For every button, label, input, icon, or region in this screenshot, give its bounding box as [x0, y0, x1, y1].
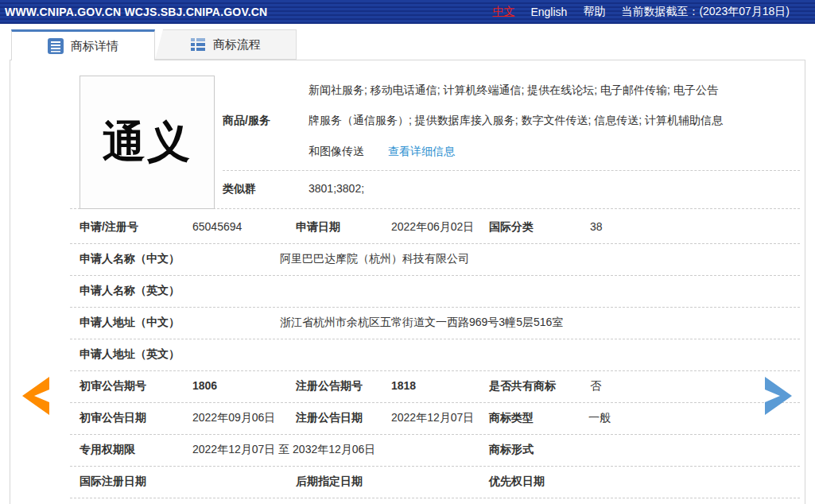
later-designation-date-label: 后期指定日期: [296, 475, 363, 489]
similar-group-label: 类似群: [223, 182, 256, 196]
reg-no-value: 65045694: [192, 220, 242, 233]
mark-type-value: 一般: [588, 411, 611, 425]
top-bar-links: 中文 English 帮助 当前数据截至：(2023年07月18日): [492, 5, 815, 19]
divider: [70, 402, 800, 403]
priority-date-label: 优先权日期: [489, 475, 545, 489]
divider: [70, 243, 800, 244]
chevron-left-icon: [22, 377, 49, 415]
first-gazette-no-label: 初审公告期号: [80, 379, 146, 394]
first-gazette-date-value: 2022年09月06日: [192, 411, 275, 425]
apply-date-value: 2022年06月02日: [391, 220, 474, 235]
reg-gazette-date-label: 注册公告日期: [296, 411, 363, 425]
top-bar: WWW.CNIPA.GOV.CN WCJS.SBJ.CNIPA.GOV.CN 中…: [0, 0, 815, 24]
exclusive-period-label: 专用权期限: [80, 443, 135, 457]
detail-list-icon: [48, 38, 64, 54]
next-record-button[interactable]: [765, 377, 792, 415]
shared-mark-label: 是否共有商标: [489, 379, 556, 394]
trademark-image-text: 通义: [103, 114, 192, 172]
goods-line1: 新闻社服务; 移动电话通信; 计算机终端通信; 提供在线论坛; 电子邮件传输; …: [309, 83, 718, 98]
chevron-right-icon: [765, 377, 792, 415]
divider: [70, 498, 800, 498]
goods-label: 商品/服务: [223, 114, 270, 128]
prev-record-button[interactable]: [22, 377, 49, 415]
tab-detail-label: 商标详情: [71, 39, 118, 54]
goods-line2: 牌服务（通信服务）; 提供数据库接入服务; 数字文件传送; 信息传送; 计算机辅…: [309, 114, 723, 128]
lang-chinese-link[interactable]: 中文: [492, 5, 514, 19]
address-en-label: 申请人地址（英文）: [80, 347, 180, 362]
tab-trademark-detail[interactable]: 商标详情: [11, 29, 155, 60]
similar-group-value: 3801;3802;: [309, 182, 364, 195]
reg-gazette-date-value: 2022年12月07日: [391, 411, 474, 425]
intl-class-value: 38: [590, 220, 603, 233]
lang-english-link[interactable]: English: [530, 6, 567, 18]
help-link[interactable]: 帮助: [583, 5, 605, 19]
trademark-image: 通义: [80, 76, 215, 209]
divider: [70, 275, 800, 276]
tab-trademark-process[interactable]: 商标流程: [155, 29, 297, 60]
divider: [70, 466, 800, 467]
apply-date-label: 申请日期: [296, 220, 340, 235]
divider: [70, 307, 800, 308]
shared-mark-value: 否: [590, 379, 601, 394]
divider: [223, 170, 800, 171]
trademark-detail-page: WWW.CNIPA.GOV.CN WCJS.SBJ.CNIPA.GOV.CN 中…: [0, 0, 815, 504]
address-cn-value: 浙江省杭州市余杭区五常街道文一西路969号3幢5层516室: [280, 316, 563, 330]
first-gazette-no-value: 1806: [192, 379, 217, 392]
intl-class-label: 国际分类: [489, 220, 534, 235]
site-title: WWW.CNIPA.GOV.CN WCJS.SBJ.CNIPA.GOV.CN: [0, 6, 267, 18]
divider: [70, 370, 800, 371]
intl-reg-date-label: 国际注册日期: [80, 475, 146, 489]
first-gazette-date-label: 初审公告日期: [80, 411, 146, 425]
mark-type-label: 商标类型: [489, 411, 534, 425]
applicant-en-label: 申请人名称（英文）: [80, 284, 180, 298]
exclusive-period-value: 2022年12月07日 至 2032年12月06日: [192, 443, 375, 457]
data-cutoff-text: 当前数据截至：(2023年07月18日): [621, 5, 790, 19]
applicant-cn-value: 阿里巴巴达摩院（杭州）科技有限公司: [280, 252, 469, 266]
mark-form-label: 商标形式: [489, 443, 534, 457]
process-list-icon: [190, 37, 206, 52]
reg-gazette-no-label: 注册公告期号: [296, 379, 363, 394]
reg-no-label: 申请/注册号: [80, 220, 138, 235]
reg-gazette-no-value: 1818: [391, 379, 416, 392]
tab-process-label: 商标流程: [213, 37, 261, 52]
applicant-cn-label: 申请人名称（中文）: [80, 252, 180, 266]
divider: [70, 434, 800, 435]
goods-line3: 和图像传送: [309, 145, 364, 159]
address-cn-label: 申请人地址（中文）: [80, 316, 180, 330]
divider: [70, 339, 800, 339]
view-details-link[interactable]: 查看详细信息: [388, 145, 455, 159]
